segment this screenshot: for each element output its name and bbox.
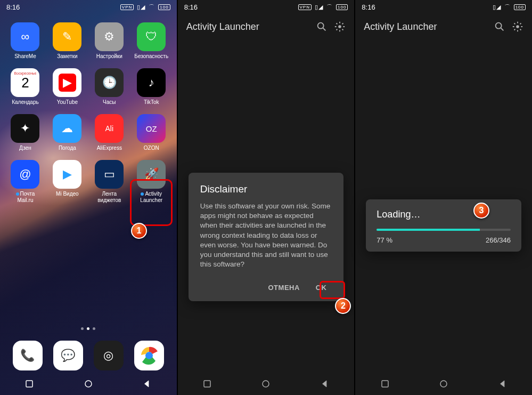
body-area: Loading… 77 % 266/346 3: [355, 39, 532, 395]
ali-icon: Ali: [95, 114, 124, 143]
app-ozon[interactable]: OZOZON: [132, 111, 171, 155]
svg-point-13: [440, 381, 447, 387]
nav-back[interactable]: [497, 378, 508, 389]
app-label: ShareMe: [14, 53, 36, 60]
app-notes[interactable]: ✎Заметки: [47, 19, 87, 63]
youtube-icon: ▶: [53, 68, 81, 97]
nav-home[interactable]: [260, 378, 271, 389]
app-shareme[interactable]: ∞ShareMe: [5, 19, 45, 63]
app-label: Дзен: [19, 145, 31, 151]
dock-phone[interactable]: 📞: [13, 341, 43, 370]
highlight-activity-launcher: [130, 179, 173, 226]
signal-icon: ▯◢: [493, 4, 501, 11]
disclaimer-dialog: Disclaimer Use this software at your own…: [189, 173, 344, 301]
app-bar: Activity Launcher: [178, 14, 355, 39]
mail-icon: @: [11, 160, 39, 189]
status-icons: VPN ▯◢ ⌒ 100: [298, 3, 348, 11]
app-label: Настройки: [96, 53, 122, 60]
app-security[interactable]: 🛡Безопасность: [132, 19, 171, 63]
progress-bar: [377, 229, 511, 231]
vpn-icon: VPN: [120, 4, 134, 10]
appbar-title: Activity Launcher: [186, 21, 310, 33]
search-icon[interactable]: [316, 21, 328, 33]
home-screen: 8:16 VPN ▯◢ ⌒ 100 ∞ShareMe✎Заметки⚙Настр…: [0, 0, 177, 395]
status-bar: 8:16 ▯◢ ⌒ 100: [355, 0, 532, 14]
app-label: AliExpress: [97, 145, 122, 151]
svg-rect-12: [382, 381, 388, 387]
clock-icon: 🕒: [95, 68, 124, 97]
app-dzen[interactable]: ✦Дзен: [5, 111, 45, 155]
tiktok-icon: ♪: [137, 68, 166, 97]
app-label: YouTube: [57, 99, 78, 106]
settings-icon: ⚙: [95, 22, 124, 51]
svg-rect-2: [26, 381, 32, 387]
app-label: Лента виджетов: [97, 191, 121, 204]
gear-icon[interactable]: [512, 21, 523, 33]
ozon-icon: OZ: [137, 114, 166, 143]
nav-recent[interactable]: [202, 378, 212, 389]
app-widgets[interactable]: ▭Лента виджетов: [89, 157, 129, 207]
app-label: Погода: [59, 145, 76, 151]
app-weather[interactable]: ☁Погода: [47, 111, 87, 155]
notes-icon: ✎: [53, 22, 81, 51]
appbar-title: Activity Launcher: [364, 21, 487, 33]
progress-text: 77 % 266/346: [377, 236, 511, 244]
widgets-icon: ▭: [95, 160, 124, 189]
signal-icon: ▯◢: [315, 4, 323, 11]
app-mivideo[interactable]: ▶Mi Видео: [47, 157, 87, 207]
loading-dialog: Loading… 77 % 266/346 3: [366, 199, 521, 252]
svg-point-11: [516, 25, 519, 28]
weather-icon: ☁: [53, 114, 81, 143]
nav-bar: [178, 373, 355, 395]
battery-icon: 100: [514, 4, 526, 10]
app-mail[interactable]: @Почта Mail.ru: [5, 157, 45, 207]
app-tiktok[interactable]: ♪TikTok: [132, 65, 171, 109]
signal-icon: ▯◢: [137, 4, 145, 11]
app-label: Календарь: [12, 99, 38, 106]
highlight-ok: [320, 281, 345, 299]
dialog-title: Disclaimer: [200, 183, 332, 195]
status-time: 8:16: [6, 3, 20, 11]
mivideo-icon: ▶: [53, 160, 81, 189]
app-ali[interactable]: AliAliExpress: [89, 111, 129, 155]
nav-home[interactable]: [438, 378, 449, 389]
app-bar: Activity Launcher: [355, 14, 532, 39]
app-label: Безопасность: [134, 53, 168, 60]
battery-icon: 100: [336, 4, 348, 10]
svg-point-8: [263, 381, 269, 387]
annotation-badge-2: 2: [335, 298, 351, 314]
progress-count: 266/346: [486, 236, 511, 244]
dock-messages[interactable]: 💬: [53, 341, 83, 370]
gear-icon[interactable]: [334, 21, 346, 33]
nav-back[interactable]: [142, 378, 152, 389]
status-icons: ▯◢ ⌒ 100: [493, 3, 526, 11]
svg-rect-7: [204, 381, 210, 387]
app-label: Почта Mail.ru: [16, 191, 35, 204]
dock-camera[interactable]: ◎: [94, 341, 124, 370]
nav-recent[interactable]: [380, 378, 390, 389]
dialog-actions: ОТМЕНА OK: [200, 279, 332, 296]
app-settings[interactable]: ⚙Настройки: [89, 19, 129, 63]
status-icons: VPN ▯◢ ⌒ 100: [120, 3, 170, 11]
dock-chrome[interactable]: [134, 341, 164, 370]
nav-back[interactable]: [320, 378, 330, 389]
page-indicator: [0, 327, 177, 330]
svg-point-3: [85, 381, 92, 387]
wifi-icon: ⌒: [326, 3, 333, 11]
app-youtube[interactable]: ▶YouTube: [47, 65, 87, 109]
vpn-icon: VPN: [298, 4, 312, 10]
svg-point-4: [318, 23, 324, 29]
nav-recent[interactable]: [24, 378, 35, 389]
annotation-badge-1: 1: [131, 223, 147, 239]
security-icon: 🛡: [137, 22, 166, 51]
app-calendar[interactable]: Воскресенье2Календарь: [5, 65, 45, 109]
app-label: TikTok: [144, 99, 159, 106]
nav-home[interactable]: [83, 378, 94, 389]
svg-point-9: [496, 23, 502, 29]
search-icon[interactable]: [494, 21, 505, 33]
app-clock[interactable]: 🕒Часы: [89, 65, 129, 109]
app-label: Часы: [103, 99, 116, 106]
cancel-button[interactable]: ОТМЕНА: [263, 279, 305, 296]
app-label: Mi Видео: [56, 191, 79, 197]
dzen-icon: ✦: [11, 114, 39, 143]
